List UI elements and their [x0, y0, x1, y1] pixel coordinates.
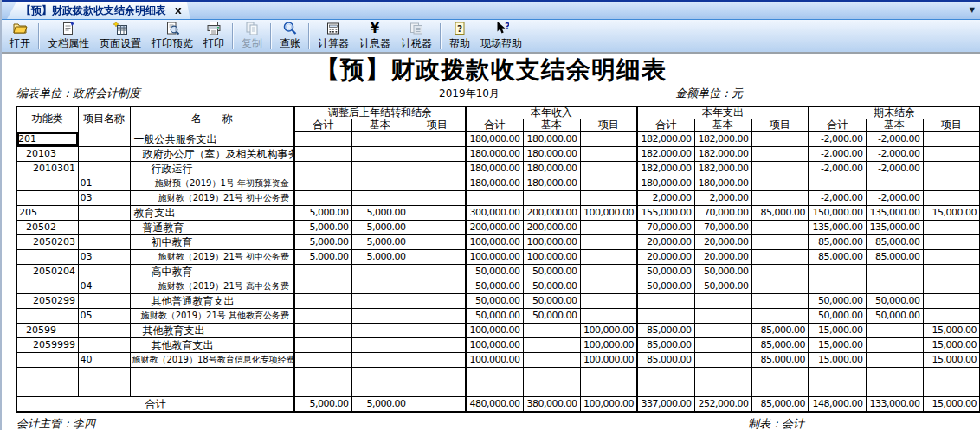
value-cell[interactable]: 380,000.00: [523, 397, 580, 413]
value-cell[interactable]: [294, 191, 351, 206]
function-code-cell[interactable]: [16, 191, 78, 206]
help-button[interactable]: ?帮助: [444, 20, 475, 52]
value-cell[interactable]: [751, 279, 809, 294]
value-cell[interactable]: 5,000.00: [294, 250, 351, 265]
value-cell[interactable]: 180,000.00: [466, 132, 523, 147]
value-cell[interactable]: [523, 353, 580, 368]
value-cell[interactable]: 100,000.00: [466, 353, 523, 368]
value-cell[interactable]: 100,000.00: [580, 397, 637, 413]
value-cell[interactable]: 50,000.00: [809, 309, 866, 324]
total-label-cell[interactable]: 合计: [16, 397, 294, 413]
item-code-cell[interactable]: 01: [78, 176, 130, 191]
value-cell[interactable]: [294, 265, 351, 279]
value-cell[interactable]: [294, 147, 351, 162]
value-cell[interactable]: 15,000.00: [923, 397, 980, 413]
value-cell[interactable]: [866, 324, 923, 338]
value-cell[interactable]: [637, 309, 694, 324]
value-cell[interactable]: [409, 294, 466, 309]
function-code-cell[interactable]: 20103: [16, 147, 78, 162]
value-cell[interactable]: [294, 294, 351, 309]
value-cell[interactable]: [351, 191, 409, 206]
value-cell[interactable]: -2,000.00: [809, 147, 866, 162]
print-preview-button[interactable]: 打印预览: [146, 20, 198, 52]
value-cell[interactable]: [866, 176, 923, 191]
function-code-cell[interactable]: 20502: [16, 221, 78, 235]
value-cell[interactable]: 252,000.00: [694, 397, 751, 413]
function-code-cell[interactable]: [16, 353, 78, 368]
value-cell[interactable]: 200,000.00: [523, 206, 580, 221]
value-cell[interactable]: [751, 368, 809, 382]
value-cell[interactable]: [409, 191, 466, 206]
value-cell[interactable]: [409, 265, 466, 279]
item-code-cell[interactable]: [78, 294, 130, 309]
value-cell[interactable]: 50,000.00: [637, 265, 694, 279]
value-cell[interactable]: 182,000.00: [637, 162, 694, 176]
item-code-cell[interactable]: [78, 162, 130, 176]
item-code-cell[interactable]: [78, 206, 130, 221]
value-cell[interactable]: 85,000.00: [751, 353, 809, 368]
value-cell[interactable]: [409, 235, 466, 250]
item-code-cell[interactable]: 03: [78, 250, 130, 265]
value-cell[interactable]: 70,000.00: [694, 206, 751, 221]
name-cell[interactable]: 其他教育支出: [130, 338, 294, 353]
item-code-cell[interactable]: 03: [78, 191, 130, 206]
item-code-cell[interactable]: 40: [78, 353, 130, 368]
value-cell[interactable]: [294, 279, 351, 294]
value-cell[interactable]: 85,000.00: [751, 397, 809, 413]
name-cell[interactable]: 施财教（2019）21号 高中公务费: [130, 279, 294, 294]
value-cell[interactable]: [580, 368, 637, 382]
value-cell[interactable]: [694, 324, 751, 338]
value-cell[interactable]: [809, 279, 866, 294]
value-cell[interactable]: 180,000.00: [466, 147, 523, 162]
value-cell[interactable]: 180,000.00: [694, 176, 751, 191]
value-cell[interactable]: 20,000.00: [637, 250, 694, 265]
value-cell[interactable]: [580, 235, 637, 250]
value-cell[interactable]: [751, 265, 809, 279]
value-cell[interactable]: 5,000.00: [294, 235, 351, 250]
value-cell[interactable]: [923, 279, 980, 294]
value-cell[interactable]: [466, 191, 523, 206]
value-cell[interactable]: [580, 162, 637, 176]
value-cell[interactable]: [751, 382, 809, 397]
value-cell[interactable]: 200,000.00: [466, 221, 523, 235]
value-cell[interactable]: [294, 132, 351, 147]
function-code-cell[interactable]: 2010301: [16, 162, 78, 176]
value-cell[interactable]: [409, 382, 466, 397]
value-cell[interactable]: 85,000.00: [751, 324, 809, 338]
value-cell[interactable]: [751, 294, 809, 309]
value-cell[interactable]: [523, 368, 580, 382]
value-cell[interactable]: [694, 353, 751, 368]
value-cell[interactable]: [351, 309, 409, 324]
value-cell[interactable]: [580, 147, 637, 162]
value-cell[interactable]: 70,000.00: [694, 221, 751, 235]
value-cell[interactable]: 50,000.00: [466, 279, 523, 294]
item-code-cell[interactable]: [78, 324, 130, 338]
value-cell[interactable]: [637, 368, 694, 382]
value-cell[interactable]: [409, 250, 466, 265]
value-cell[interactable]: 85,000.00: [637, 324, 694, 338]
tax-button[interactable]: 计税器: [396, 20, 437, 52]
value-cell[interactable]: 15,000.00: [809, 353, 866, 368]
item-code-cell[interactable]: [78, 221, 130, 235]
value-cell[interactable]: [409, 338, 466, 353]
value-cell[interactable]: [351, 368, 409, 382]
value-cell[interactable]: 50,000.00: [809, 294, 866, 309]
value-cell[interactable]: [580, 132, 637, 147]
value-cell[interactable]: 182,000.00: [694, 162, 751, 176]
value-cell[interactable]: 5,000.00: [351, 250, 409, 265]
name-cell[interactable]: 施财教（2019）21号 初中公务费: [130, 250, 294, 265]
value-cell[interactable]: 150,000.00: [809, 206, 866, 221]
value-cell[interactable]: [580, 250, 637, 265]
value-cell[interactable]: 85,000.00: [637, 338, 694, 353]
value-cell[interactable]: 100,000.00: [523, 235, 580, 250]
value-cell[interactable]: [694, 382, 751, 397]
value-cell[interactable]: [409, 368, 466, 382]
value-cell[interactable]: [351, 294, 409, 309]
value-cell[interactable]: 50,000.00: [637, 279, 694, 294]
value-cell[interactable]: [409, 206, 466, 221]
value-cell[interactable]: 180,000.00: [523, 132, 580, 147]
value-cell[interactable]: 135,000.00: [866, 206, 923, 221]
value-cell[interactable]: [580, 221, 637, 235]
item-code-cell[interactable]: [78, 132, 130, 147]
onsite-help-button[interactable]: ?现场帮助: [475, 20, 527, 52]
